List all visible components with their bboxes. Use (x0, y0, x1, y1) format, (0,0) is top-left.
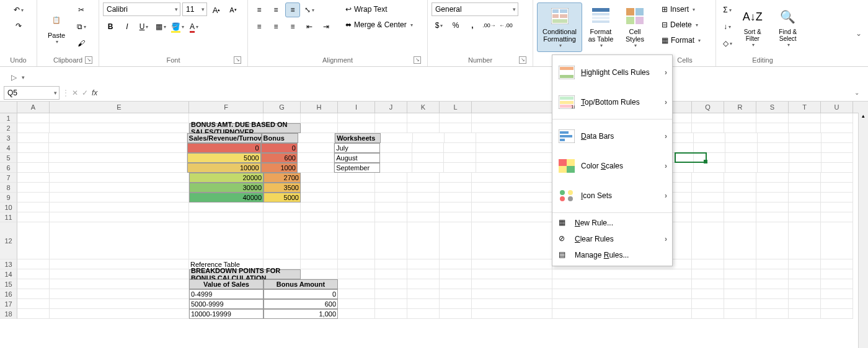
row-header[interactable]: 4 (0, 143, 17, 153)
cell[interactable] (338, 193, 375, 202)
cell[interactable] (756, 279, 789, 289)
vertical-scrollbar[interactable]: ▴ (858, 113, 868, 348)
fill-button[interactable]: ↓▾ (720, 19, 735, 34)
formula-input[interactable] (100, 86, 852, 100)
cell[interactable]: 0-4999 (189, 289, 264, 299)
cell[interactable] (756, 269, 789, 279)
cell[interactable] (789, 309, 821, 319)
cell[interactable] (298, 163, 334, 173)
cell[interactable]: 20000 (189, 173, 264, 183)
cell[interactable]: 40000 (189, 193, 264, 202)
cell[interactable] (380, 143, 412, 153)
cell[interactable] (17, 269, 50, 279)
cell[interactable] (724, 212, 756, 222)
cell[interactable] (692, 113, 724, 123)
alignment-dialog-launcher[interactable]: ↘ (414, 56, 421, 64)
cell[interactable] (338, 113, 375, 123)
format-as-table-button[interactable]: Format as Table▾ (584, 2, 618, 52)
font-name-combo[interactable]: Calibri▾ (103, 2, 180, 16)
cell[interactable] (724, 113, 756, 123)
cell[interactable] (17, 309, 50, 319)
cell[interactable] (407, 269, 440, 279)
cell[interactable] (789, 153, 821, 163)
select-all-corner[interactable] (0, 102, 17, 113)
cell[interactable] (440, 259, 472, 269)
cell[interactable]: 5000 (187, 153, 261, 163)
cell[interactable] (17, 212, 50, 222)
menu-icon-sets[interactable]: Icon Sets › (552, 181, 672, 211)
cell[interactable] (338, 123, 375, 133)
increase-decimal-button[interactable]: .00→ (482, 18, 497, 33)
cell[interactable] (692, 193, 724, 202)
column-header[interactable]: Q (692, 102, 724, 113)
cell[interactable] (822, 153, 853, 163)
cell[interactable] (375, 193, 407, 202)
row-header[interactable]: 17 (0, 299, 17, 309)
row-header[interactable]: 13 (0, 259, 17, 269)
cell[interactable] (17, 202, 50, 212)
cell[interactable] (440, 123, 472, 133)
cell[interactable] (758, 163, 789, 173)
cell[interactable] (692, 269, 724, 279)
cell[interactable]: Bonus Amount (264, 279, 338, 289)
cell[interactable] (375, 202, 407, 212)
cell[interactable]: 600 (261, 153, 298, 163)
cell[interactable] (17, 259, 50, 269)
cell[interactable] (724, 183, 756, 193)
cell[interactable] (692, 202, 724, 212)
cell[interactable] (50, 202, 189, 212)
cell[interactable] (264, 212, 301, 222)
cell[interactable] (301, 269, 338, 279)
cell[interactable] (789, 299, 821, 309)
cell[interactable]: September (334, 163, 380, 173)
cell[interactable] (381, 133, 412, 143)
cell[interactable] (552, 309, 692, 319)
cell[interactable] (789, 143, 821, 153)
font-size-combo[interactable]: 11▾ (182, 2, 207, 16)
cell[interactable] (412, 163, 444, 173)
cell[interactable] (821, 193, 853, 202)
cell[interactable] (821, 212, 853, 222)
number-format-combo[interactable]: General▾ (432, 2, 518, 16)
cell[interactable] (407, 309, 440, 319)
cell[interactable] (694, 133, 725, 143)
cell[interactable] (725, 133, 757, 143)
copy-button[interactable]: ⧉▾ (74, 19, 89, 34)
cell[interactable] (375, 279, 407, 289)
cell[interactable] (380, 163, 412, 173)
cell[interactable] (338, 309, 375, 319)
cell[interactable] (49, 163, 187, 173)
cell[interactable] (472, 123, 552, 133)
cell[interactable] (50, 259, 189, 269)
cell[interactable]: BREAKDOWN POINTS FOR BONUS CALCULATION (189, 269, 301, 279)
font-dialog-launcher[interactable]: ↘ (234, 56, 241, 64)
cell[interactable] (407, 113, 440, 123)
cell[interactable] (756, 113, 789, 123)
cell[interactable] (821, 299, 853, 309)
increase-indent-button[interactable]: ⇥ (319, 19, 334, 34)
cell[interactable] (189, 222, 264, 259)
cell[interactable] (756, 299, 789, 309)
cell[interactable] (758, 143, 789, 153)
cell[interactable] (692, 309, 724, 319)
cell[interactable] (724, 202, 756, 212)
row-header[interactable]: 15 (0, 279, 17, 289)
cell[interactable] (789, 289, 821, 299)
cell[interactable] (472, 299, 552, 309)
cell[interactable]: 10000 (187, 163, 261, 173)
cell[interactable]: 1,000 (264, 309, 338, 319)
cell[interactable] (50, 299, 189, 309)
cell[interactable] (50, 173, 189, 183)
clipboard-dialog-launcher[interactable]: ↘ (85, 56, 92, 64)
cell[interactable] (440, 279, 472, 289)
cell[interactable] (50, 123, 189, 133)
name-box[interactable]: Q5▾ (4, 86, 60, 100)
cell[interactable] (17, 133, 49, 143)
cell[interactable] (692, 123, 724, 133)
cell[interactable] (472, 259, 552, 269)
align-bottom-button[interactable]: ≡ (285, 2, 300, 17)
cell[interactable] (789, 279, 821, 289)
cell[interactable]: July (334, 143, 380, 153)
cell[interactable]: 0 (187, 143, 261, 153)
cell[interactable] (338, 279, 375, 289)
